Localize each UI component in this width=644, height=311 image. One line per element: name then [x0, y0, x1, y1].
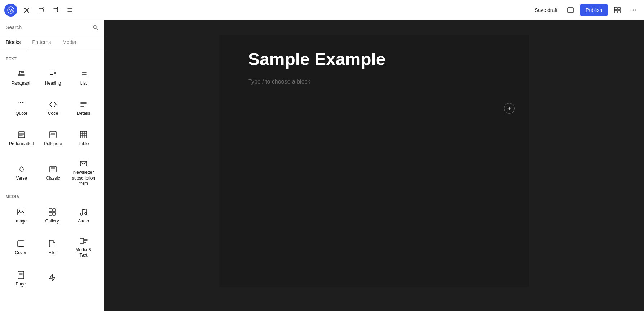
image-icon [17, 208, 25, 216]
block-file[interactable]: File [37, 232, 67, 263]
details-label: Details [77, 111, 90, 117]
block-preformatted[interactable]: Preformatted [6, 124, 37, 153]
svg-rect-7 [568, 8, 573, 13]
redo-button[interactable] [49, 4, 62, 17]
tab-media[interactable]: Media [57, 35, 82, 49]
svg-rect-12 [618, 10, 620, 13]
svg-rect-59 [53, 212, 55, 215]
wp-logo[interactable]: W [4, 4, 17, 17]
svg-rect-53 [80, 161, 87, 166]
editor-canvas: Sample Example Type / to choose a block … [219, 35, 529, 287]
cover-label: Cover [15, 250, 26, 256]
block-code[interactable]: Code [39, 94, 67, 123]
more-options-button[interactable] [627, 4, 640, 17]
svg-line-17 [97, 28, 98, 30]
media-text-label: Media & Text [72, 247, 95, 258]
table-label: Table [79, 141, 89, 147]
sidebar-tabs: Blocks Patterns Media [0, 35, 104, 49]
code-icon [49, 100, 57, 109]
toolbar-left: W [4, 4, 76, 17]
quote-icon: " " [17, 100, 26, 109]
gallery-label: Gallery [45, 218, 59, 224]
media-blocks-grid: Image Gallery [6, 202, 98, 293]
toolbar: W [0, 0, 644, 20]
pullquote-label: Pullquote [44, 141, 62, 147]
classic-icon [49, 165, 57, 173]
close-button[interactable] [20, 4, 33, 17]
svg-point-61 [85, 212, 87, 215]
toolbar-right: Save draft Publish [531, 4, 640, 17]
block-classic[interactable]: Classic [39, 154, 67, 191]
pullquote-icon [49, 130, 57, 139]
preformatted-icon [17, 130, 26, 139]
block-list[interactable]: List [69, 64, 98, 93]
save-draft-button[interactable]: Save draft [531, 5, 561, 15]
newsletter-label: Newsletter subscription form [72, 170, 95, 187]
add-block-button[interactable]: + [504, 103, 515, 114]
block-table[interactable]: Table [69, 124, 98, 153]
block-paragraph[interactable]: Paragraph [6, 64, 37, 93]
block-details[interactable]: Details [69, 94, 98, 123]
svg-marker-73 [49, 274, 55, 281]
view-button[interactable] [564, 4, 577, 17]
tab-patterns[interactable]: Patterns [26, 35, 57, 49]
block-verse[interactable]: Verse [6, 154, 37, 191]
search-input[interactable] [6, 24, 90, 30]
details-icon [79, 100, 88, 109]
page-icon [17, 271, 25, 279]
newsletter-icon [79, 159, 88, 168]
cover-icon [17, 239, 25, 248]
block-cover[interactable]: Cover [6, 232, 36, 263]
block-media-text[interactable]: Media & Text [68, 232, 98, 263]
list-icon [79, 70, 88, 78]
search-icon-button[interactable] [93, 24, 98, 30]
publish-button[interactable]: Publish [580, 4, 608, 16]
post-title[interactable]: Sample Example [219, 35, 529, 76]
media-text-icon [79, 236, 88, 245]
svg-rect-57 [53, 209, 55, 212]
sidebar: Blocks Patterns Media TEXT Paragraph [0, 20, 104, 311]
block-heading[interactable]: Heading [39, 64, 67, 93]
heading-icon [49, 70, 57, 78]
list-label: List [80, 81, 87, 86]
search-container [0, 20, 104, 35]
gallery-icon [48, 208, 57, 216]
section-label-media: MEDIA [6, 194, 98, 199]
tab-blocks[interactable]: Blocks [6, 35, 26, 49]
svg-text:": " [22, 100, 25, 108]
svg-text:W: W [9, 8, 13, 13]
settings-button[interactable] [611, 4, 624, 17]
paragraph-label: Paragraph [12, 81, 32, 86]
quote-label: Quote [15, 111, 27, 117]
svg-rect-64 [19, 246, 23, 247]
svg-rect-9 [614, 7, 617, 10]
main-layout: Blocks Patterns Media TEXT Paragraph [0, 20, 644, 311]
block-audio[interactable]: Audio [68, 202, 98, 230]
block-quote[interactable]: " " Quote [6, 94, 37, 123]
section-label-text: TEXT [6, 57, 98, 61]
block-lightning[interactable] [37, 265, 67, 293]
file-icon [48, 239, 57, 248]
block-page[interactable]: Page [6, 265, 36, 293]
preformatted-label: Preformatted [9, 141, 34, 147]
block-image[interactable]: Image [6, 202, 36, 230]
svg-point-29 [81, 76, 81, 76]
svg-point-55 [19, 210, 20, 211]
file-label: File [49, 250, 55, 256]
block-newsletter[interactable]: Newsletter subscription form [69, 154, 98, 191]
table-icon [79, 130, 88, 139]
svg-rect-49 [50, 166, 56, 172]
svg-rect-10 [618, 7, 620, 10]
image-label: Image [15, 218, 27, 224]
list-view-button[interactable] [63, 4, 76, 17]
svg-text:": " [18, 100, 21, 108]
svg-rect-56 [49, 209, 52, 212]
svg-rect-62 [18, 241, 24, 247]
block-gallery[interactable]: Gallery [37, 202, 67, 230]
page-label: Page [15, 281, 26, 287]
undo-button[interactable] [35, 4, 48, 17]
post-content-placeholder[interactable]: Type / to choose a block [219, 76, 529, 88]
svg-rect-44 [80, 131, 87, 138]
svg-point-13 [631, 9, 632, 10]
block-pullquote[interactable]: Pullquote [39, 124, 67, 153]
